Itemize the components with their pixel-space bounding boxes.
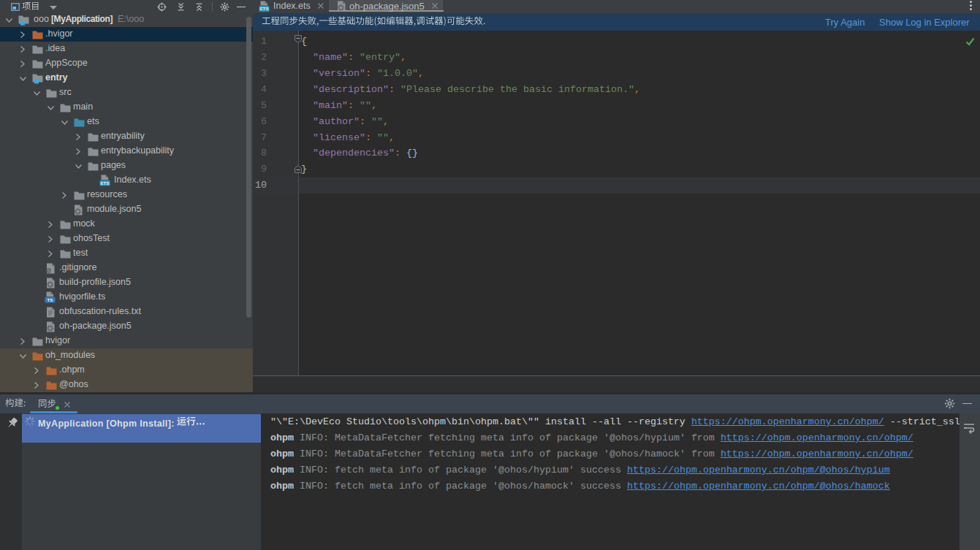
svg-text:ETS: ETS (100, 180, 109, 186)
svg-text:TS: TS (48, 297, 53, 302)
svg-text:ETS: ETS (259, 6, 268, 11)
